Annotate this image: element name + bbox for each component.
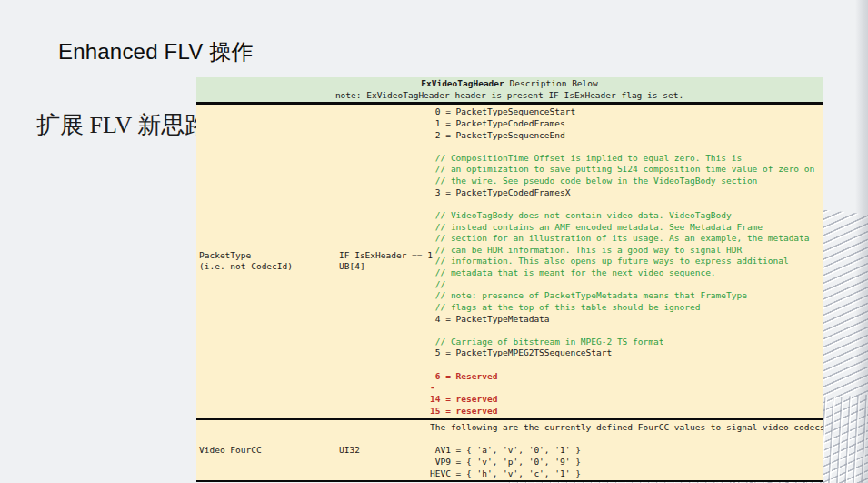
code-line: 6 = Reserved [430, 371, 823, 383]
ex-video-tag-header-table: ExVideoTagHeader Description Below note:… [196, 77, 823, 482]
code-line: 4 = PacketTypeMetadata [430, 314, 823, 326]
table-row-video-fourcc: Video FourCC UI32 The following are the … [196, 420, 823, 482]
code-line [430, 359, 823, 371]
code-line: // metadata that is meant for the next v… [430, 267, 823, 279]
code-line: - [430, 382, 823, 394]
code-line: // VideoTagBody does not contain video d… [430, 210, 823, 222]
code-line: 5 = PacketTypeMPEG2TSSequenceStart [430, 347, 823, 359]
code-line: // CompositionTime Offset is implied to … [430, 153, 823, 165]
code-line: // Carriage of bitstream in MPEG-2 TS fo… [430, 337, 823, 348]
code-line: AV1 = { 'a', 'v', '0', '1' } [430, 445, 823, 457]
code-line: 15 = reserved [430, 406, 823, 418]
field-cell-packettype: PacketType (i.e. not CodecId) [196, 105, 339, 418]
table-header-title-rest: Description Below [504, 78, 598, 88]
type-cell-video-fourcc: UI32 [339, 420, 430, 480]
code-line: // note: presence of PacketTypeMetadata … [430, 290, 823, 302]
code-line: // flags at the top of this table should… [430, 302, 823, 314]
code-line: 0 = PacketTypeSequenceStart [430, 106, 823, 118]
code-line: // an optimization to save putting SI24 … [430, 164, 823, 176]
code-line: // information. This also opens up futur… [430, 256, 823, 267]
description-cell-packettype: 0 = PacketTypeSequenceStart 1 = PacketTy… [430, 105, 823, 418]
code-line: 3 = PacketTypeCodedFramesX [430, 187, 823, 199]
side-label: 扩展 FLV 新思路 [36, 109, 208, 141]
slide: { "colors":{ "slide-bg":"#eff1f3", "head… [0, 0, 868, 483]
slide-title: Enhanced FLV 操作 [58, 37, 254, 66]
table-row-packettype: PacketType (i.e. not CodecId) IF IsExHea… [196, 105, 823, 420]
code-line: // the wire. See pseudo code below in th… [430, 176, 823, 187]
code-line [430, 198, 823, 210]
code-line: // [430, 279, 823, 291]
code-line: 2 = PacketTypeSequenceEnd [430, 130, 823, 142]
code-line: // section for an illustration of its us… [430, 233, 823, 245]
table-header-note: note: ExVideoTagHeader header is present… [196, 90, 823, 102]
code-line [430, 325, 823, 337]
table-header-title-keyword: ExVideoTagHeader [421, 78, 504, 88]
code-line: // can be HDR information. This is a goo… [430, 245, 823, 257]
code-line: The following are the currently defined … [430, 422, 823, 434]
table-header: ExVideoTagHeader Description Below note:… [196, 77, 823, 105]
code-line: 1 = PacketTypeCodedFrames [430, 118, 823, 130]
code-line [430, 141, 823, 153]
field-cell-video-fourcc: Video FourCC [196, 420, 339, 480]
code-line [430, 434, 823, 446]
right-edge-shading [855, 0, 868, 483]
code-line: 14 = reserved [430, 394, 823, 406]
code-line: HEVC = { 'h', 'v', 'c', '1' } [430, 468, 823, 480]
table-header-title: ExVideoTagHeader Description Below [196, 78, 823, 90]
type-cell-packettype: IF IsExHeader == 1 UB[4] [339, 105, 430, 418]
description-cell-video-fourcc: The following are the currently defined … [430, 420, 823, 480]
code-line: // instead contains an AMF encoded metad… [430, 222, 823, 234]
code-line: VP9 = { 'v', 'p', '0', '9' } [430, 457, 823, 468]
